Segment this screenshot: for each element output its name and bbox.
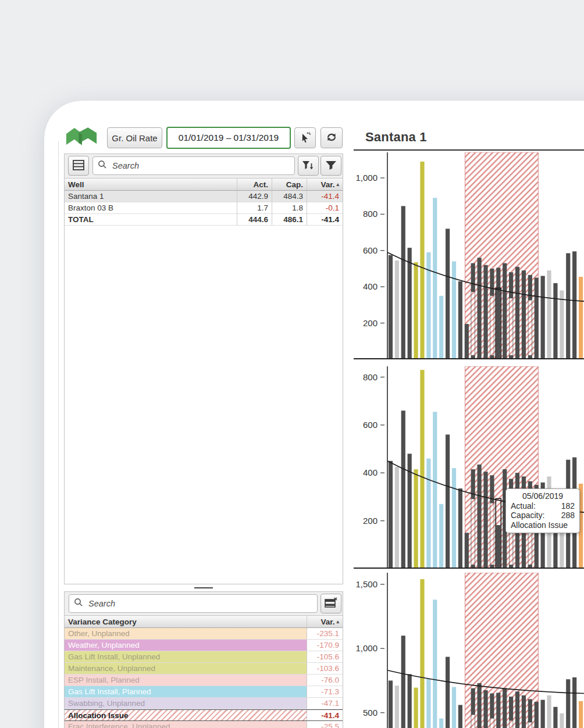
production-bar[interactable] [395,467,399,569]
variance-row[interactable]: Frac Interference, Unplanned-25.5 [65,721,343,728]
production-bar[interactable] [433,599,437,728]
production-bar[interactable] [503,263,507,359]
production-bar[interactable] [458,488,462,569]
production-bar[interactable] [541,700,545,728]
production-bar[interactable] [414,688,418,728]
production-bar[interactable] [579,277,583,359]
variance-row[interactable]: Allocation Issue-41.4 [65,709,343,721]
production-bar[interactable] [579,701,583,728]
production-bar[interactable] [477,465,481,569]
production-bar[interactable] [483,265,487,359]
production-chart-1[interactable]: 2004006008001,000 [354,152,584,359]
column-header-var[interactable]: Var.▴ [307,616,343,627]
well-search-input[interactable] [111,160,290,171]
production-bar[interactable] [420,579,424,728]
production-bar[interactable] [522,270,526,359]
column-header-well[interactable]: Well [65,179,237,190]
production-bar[interactable] [446,434,450,569]
production-bar[interactable] [465,533,469,569]
date-range-input[interactable]: 01/01/2019 – 01/31/2019 [166,127,291,149]
production-chart-2[interactable]: 200400600800 [354,366,584,569]
production-bar[interactable] [458,281,462,359]
menu-button[interactable] [68,156,89,176]
production-bar[interactable] [465,324,469,359]
production-bar[interactable] [420,370,424,569]
production-bar[interactable] [389,461,393,569]
variance-row[interactable]: ESP Install, Planned-76.0 [65,675,343,686]
variance-search-input[interactable] [87,598,312,609]
production-bar[interactable] [401,206,405,359]
production-bar[interactable] [566,679,570,728]
production-bar[interactable] [420,162,424,359]
production-bar[interactable] [496,693,500,728]
column-header-act[interactable]: Act. [237,179,272,190]
variance-row[interactable]: Weather, Unplanned-170.9 [65,640,343,651]
production-bar[interactable] [496,525,500,569]
production-bar[interactable] [572,677,576,728]
production-bar[interactable] [452,468,456,569]
production-bar[interactable] [553,707,557,728]
column-header-var[interactable]: Var.▴ [307,179,343,190]
production-bar[interactable] [401,411,405,569]
production-bar[interactable] [446,657,450,728]
production-bar[interactable] [477,683,481,728]
production-bar[interactable] [477,258,481,359]
filter-button[interactable] [321,156,341,176]
production-bar[interactable] [522,695,526,728]
production-bar[interactable] [389,255,393,359]
production-bar[interactable] [433,412,437,569]
refresh-button[interactable] [321,127,343,148]
production-bar[interactable] [535,278,539,359]
production-bar[interactable] [426,459,430,569]
production-bar[interactable] [515,691,519,728]
pointer-tool-button[interactable] [294,127,316,148]
production-bar[interactable] [535,702,539,728]
variance-row[interactable]: Other, Unplanned-235.1 [65,628,343,640]
production-bar[interactable] [433,198,437,359]
production-bar[interactable] [414,469,418,569]
production-bar[interactable] [553,283,557,359]
production-bar[interactable] [547,695,551,728]
variance-row[interactable]: Gas Lift Install, Unplanned-105.6 [65,651,343,663]
production-bar[interactable] [426,679,430,728]
production-bar[interactable] [483,472,487,569]
production-bar[interactable] [408,674,412,728]
production-bar[interactable] [458,705,462,728]
table-row[interactable]: Braxton 03 B1.71.8-0.1 [65,202,343,214]
column-header-cap[interactable]: Cap. [272,179,307,190]
production-bar[interactable] [452,262,456,359]
production-bar[interactable] [439,719,443,728]
clear-table-filter-button[interactable] [321,594,341,613]
production-bar[interactable] [560,290,564,359]
production-bar[interactable] [395,686,399,728]
production-bar[interactable] [541,276,545,359]
column-header-category[interactable]: Variance Category [65,616,307,627]
production-bar[interactable] [414,262,418,359]
production-bar[interactable] [496,267,500,359]
production-bar[interactable] [439,296,443,359]
production-bar[interactable] [503,688,507,728]
production-bar[interactable] [515,267,519,359]
app-logo-icon [65,126,98,148]
production-bar[interactable] [452,687,456,728]
table-row[interactable]: Santana 1442.9484.3-41.4 [65,191,343,202]
production-bar[interactable] [389,680,393,728]
production-bar[interactable] [439,504,443,569]
variance-row[interactable]: Gas Lift Install, Planned-71.3 [65,686,343,698]
production-bar[interactable] [547,270,551,359]
variance-row[interactable]: Swabbing, Unplanned-47.1 [65,698,343,709]
rate-selector-button[interactable]: Gr. Oil Rate [107,127,162,148]
production-bar[interactable] [572,251,576,359]
production-bar[interactable] [566,253,570,359]
production-bar[interactable] [395,260,399,359]
production-bar[interactable] [401,636,405,728]
table-row[interactable]: TOTAL444.6486.1-41.4 [65,214,343,226]
production-chart-3[interactable]: 5001,0001,500 [354,573,584,728]
production-bar[interactable] [408,248,412,359]
production-bar[interactable] [483,690,487,728]
variance-row[interactable]: Maintenance, Unplanned-103.6 [65,663,343,675]
production-bar[interactable] [426,252,430,359]
production-bar[interactable] [446,229,450,359]
production-bar[interactable] [560,713,564,728]
filter-sort-button[interactable] [298,156,319,176]
